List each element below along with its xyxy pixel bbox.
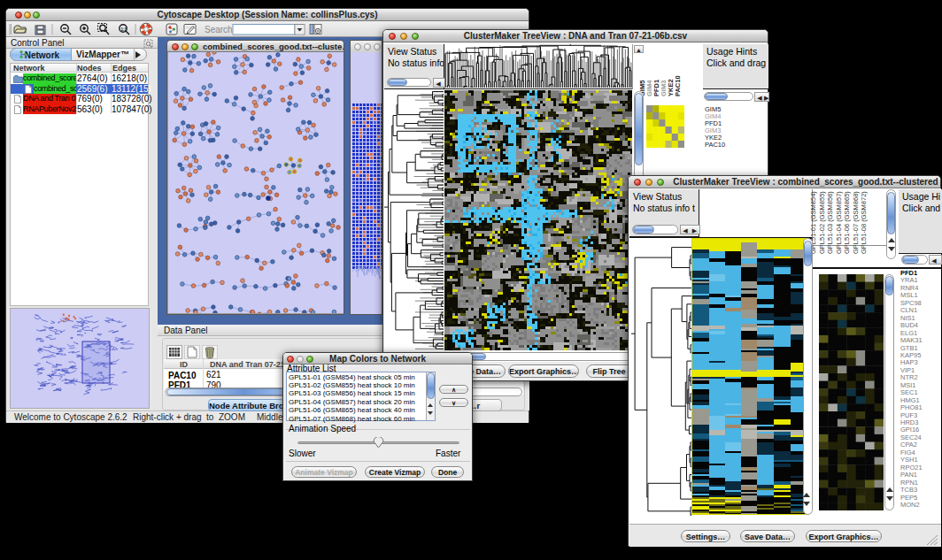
svg-text:Search:: Search: (205, 25, 235, 35)
svg-text:1:1: 1:1 (121, 27, 127, 32)
